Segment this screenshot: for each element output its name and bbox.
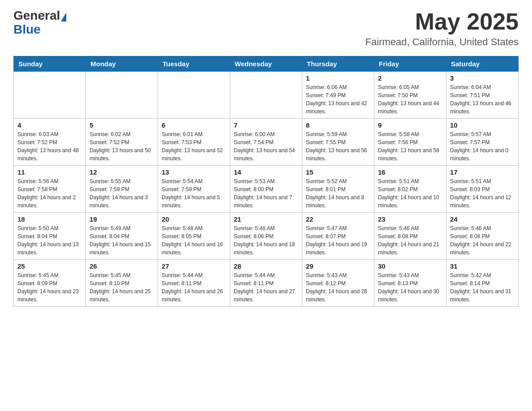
calendar-cell: [14, 72, 86, 119]
calendar-cell: 19Sunrise: 5:49 AM Sunset: 8:04 PM Dayli…: [86, 213, 158, 260]
day-number: 17: [450, 168, 515, 176]
column-header-tuesday: Tuesday: [158, 56, 230, 72]
day-number: 25: [17, 262, 82, 270]
calendar-cell: 24Sunrise: 5:46 AM Sunset: 8:08 PM Dayli…: [446, 213, 519, 260]
logo-blue: Blue: [13, 23, 66, 37]
day-number: 2: [378, 74, 442, 82]
day-info: Sunrise: 5:54 AM Sunset: 7:59 PM Dayligh…: [162, 177, 226, 210]
calendar-cell: 4Sunrise: 6:03 AM Sunset: 7:52 PM Daylig…: [14, 119, 86, 166]
day-info: Sunrise: 5:43 AM Sunset: 8:12 PM Dayligh…: [306, 271, 370, 304]
calendar-week-row: 4Sunrise: 6:03 AM Sunset: 7:52 PM Daylig…: [14, 119, 519, 166]
column-header-friday: Friday: [374, 56, 446, 72]
calendar-cell: 16Sunrise: 5:51 AM Sunset: 8:02 PM Dayli…: [374, 166, 446, 213]
day-info: Sunrise: 5:45 AM Sunset: 8:10 PM Dayligh…: [90, 271, 154, 304]
calendar-cell: 18Sunrise: 5:50 AM Sunset: 8:04 PM Dayli…: [14, 213, 86, 260]
day-info: Sunrise: 5:46 AM Sunset: 8:08 PM Dayligh…: [378, 224, 442, 257]
day-info: Sunrise: 5:48 AM Sunset: 8:05 PM Dayligh…: [162, 224, 226, 257]
day-info: Sunrise: 6:00 AM Sunset: 7:54 PM Dayligh…: [234, 130, 298, 163]
calendar-cell: 20Sunrise: 5:48 AM Sunset: 8:05 PM Dayli…: [158, 213, 230, 260]
calendar-cell: 26Sunrise: 5:45 AM Sunset: 8:10 PM Dayli…: [86, 260, 158, 307]
day-info: Sunrise: 5:58 AM Sunset: 7:56 PM Dayligh…: [378, 130, 442, 163]
calendar-cell: 11Sunrise: 5:56 AM Sunset: 7:58 PM Dayli…: [14, 166, 86, 213]
calendar-cell: 9Sunrise: 5:58 AM Sunset: 7:56 PM Daylig…: [374, 119, 446, 166]
day-info: Sunrise: 5:42 AM Sunset: 8:14 PM Dayligh…: [450, 271, 515, 304]
day-number: 15: [306, 168, 370, 176]
calendar-week-row: 11Sunrise: 5:56 AM Sunset: 7:58 PM Dayli…: [14, 166, 519, 213]
day-info: Sunrise: 5:47 AM Sunset: 8:07 PM Dayligh…: [306, 224, 370, 257]
calendar-cell: [158, 72, 230, 119]
calendar-cell: 6Sunrise: 6:01 AM Sunset: 7:53 PM Daylig…: [158, 119, 230, 166]
logo-text: General Blue: [13, 9, 66, 37]
day-info: Sunrise: 5:45 AM Sunset: 8:09 PM Dayligh…: [17, 271, 82, 304]
day-info: Sunrise: 5:51 AM Sunset: 8:03 PM Dayligh…: [450, 177, 515, 210]
day-info: Sunrise: 5:50 AM Sunset: 8:04 PM Dayligh…: [17, 224, 82, 257]
day-info: Sunrise: 6:02 AM Sunset: 7:52 PM Dayligh…: [90, 130, 154, 163]
calendar-cell: [230, 72, 302, 119]
logo-general: General: [13, 9, 60, 23]
calendar-cell: 31Sunrise: 5:42 AM Sunset: 8:14 PM Dayli…: [446, 260, 519, 307]
calendar-cell: [86, 72, 158, 119]
calendar-cell: 1Sunrise: 6:06 AM Sunset: 7:49 PM Daylig…: [302, 72, 374, 119]
column-header-monday: Monday: [86, 56, 158, 72]
day-info: Sunrise: 5:55 AM Sunset: 7:59 PM Dayligh…: [90, 177, 154, 210]
location-subtitle: Fairmead, California, United States: [365, 36, 519, 48]
calendar-cell: 15Sunrise: 5:52 AM Sunset: 8:01 PM Dayli…: [302, 166, 374, 213]
day-info: Sunrise: 6:06 AM Sunset: 7:49 PM Dayligh…: [306, 83, 370, 116]
day-number: 4: [17, 121, 82, 129]
day-info: Sunrise: 5:43 AM Sunset: 8:13 PM Dayligh…: [378, 271, 442, 304]
calendar-cell: 14Sunrise: 5:53 AM Sunset: 8:00 PM Dayli…: [230, 166, 302, 213]
calendar-cell: 13Sunrise: 5:54 AM Sunset: 7:59 PM Dayli…: [158, 166, 230, 213]
title-block: May 2025 Fairmead, California, United St…: [365, 9, 519, 48]
day-info: Sunrise: 6:03 AM Sunset: 7:52 PM Dayligh…: [17, 130, 82, 163]
column-header-thursday: Thursday: [302, 56, 374, 72]
day-number: 22: [306, 215, 370, 223]
calendar-cell: 22Sunrise: 5:47 AM Sunset: 8:07 PM Dayli…: [302, 213, 374, 260]
day-info: Sunrise: 5:53 AM Sunset: 8:00 PM Dayligh…: [234, 177, 298, 210]
calendar-week-row: 25Sunrise: 5:45 AM Sunset: 8:09 PM Dayli…: [14, 260, 519, 307]
calendar-cell: 27Sunrise: 5:44 AM Sunset: 8:11 PM Dayli…: [158, 260, 230, 307]
calendar-week-row: 1Sunrise: 6:06 AM Sunset: 7:49 PM Daylig…: [14, 72, 519, 119]
calendar-cell: 8Sunrise: 5:59 AM Sunset: 7:55 PM Daylig…: [302, 119, 374, 166]
day-info: Sunrise: 5:59 AM Sunset: 7:55 PM Dayligh…: [306, 130, 370, 163]
calendar-header-row: SundayMondayTuesdayWednesdayThursdayFrid…: [14, 56, 519, 72]
calendar-cell: 7Sunrise: 6:00 AM Sunset: 7:54 PM Daylig…: [230, 119, 302, 166]
day-number: 7: [234, 121, 298, 129]
logo-triangle-icon: [61, 13, 66, 21]
calendar-week-row: 18Sunrise: 5:50 AM Sunset: 8:04 PM Dayli…: [14, 213, 519, 260]
calendar-cell: 3Sunrise: 6:04 AM Sunset: 7:51 PM Daylig…: [446, 72, 519, 119]
day-info: Sunrise: 5:46 AM Sunset: 8:08 PM Dayligh…: [450, 224, 515, 257]
day-number: 16: [378, 168, 442, 176]
calendar-cell: 21Sunrise: 5:48 AM Sunset: 8:06 PM Dayli…: [230, 213, 302, 260]
day-number: 10: [450, 121, 515, 129]
day-info: Sunrise: 5:48 AM Sunset: 8:06 PM Dayligh…: [234, 224, 298, 257]
day-info: Sunrise: 6:01 AM Sunset: 7:53 PM Dayligh…: [162, 130, 226, 163]
day-number: 21: [234, 215, 298, 223]
logo: General Blue: [13, 9, 66, 37]
day-info: Sunrise: 5:51 AM Sunset: 8:02 PM Dayligh…: [378, 177, 442, 210]
day-number: 23: [378, 215, 442, 223]
column-header-sunday: Sunday: [14, 56, 86, 72]
day-number: 12: [90, 168, 154, 176]
day-info: Sunrise: 6:05 AM Sunset: 7:50 PM Dayligh…: [378, 83, 442, 116]
day-info: Sunrise: 5:57 AM Sunset: 7:57 PM Dayligh…: [450, 130, 515, 163]
day-number: 9: [378, 121, 442, 129]
day-number: 13: [162, 168, 226, 176]
calendar-cell: 12Sunrise: 5:55 AM Sunset: 7:59 PM Dayli…: [86, 166, 158, 213]
calendar-cell: 25Sunrise: 5:45 AM Sunset: 8:09 PM Dayli…: [14, 260, 86, 307]
day-number: 8: [306, 121, 370, 129]
day-info: Sunrise: 5:44 AM Sunset: 8:11 PM Dayligh…: [162, 271, 226, 304]
calendar-cell: 2Sunrise: 6:05 AM Sunset: 7:50 PM Daylig…: [374, 72, 446, 119]
day-number: 1: [306, 74, 370, 82]
calendar-cell: 30Sunrise: 5:43 AM Sunset: 8:13 PM Dayli…: [374, 260, 446, 307]
calendar-table: SundayMondayTuesdayWednesdayThursdayFrid…: [13, 56, 519, 307]
day-number: 27: [162, 262, 226, 270]
calendar-cell: 28Sunrise: 5:44 AM Sunset: 8:11 PM Dayli…: [230, 260, 302, 307]
day-number: 5: [90, 121, 154, 129]
calendar-cell: 5Sunrise: 6:02 AM Sunset: 7:52 PM Daylig…: [86, 119, 158, 166]
day-info: Sunrise: 5:52 AM Sunset: 8:01 PM Dayligh…: [306, 177, 370, 210]
page-header: General Blue May 2025 Fairmead, Californ…: [13, 9, 519, 48]
day-number: 6: [162, 121, 226, 129]
day-number: 31: [450, 262, 515, 270]
day-info: Sunrise: 5:44 AM Sunset: 8:11 PM Dayligh…: [234, 271, 298, 304]
calendar-cell: 17Sunrise: 5:51 AM Sunset: 8:03 PM Dayli…: [446, 166, 519, 213]
